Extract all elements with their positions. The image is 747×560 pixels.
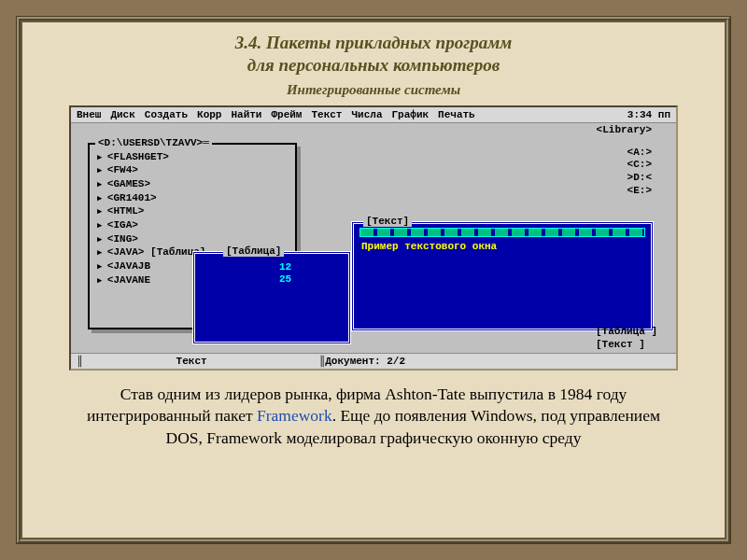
menu-item[interactable]: Диск — [110, 109, 134, 120]
slide-frame: 3.4. Пакеты прикладных программ для перс… — [17, 17, 730, 543]
tab-table[interactable]: [Таблица ] — [596, 326, 657, 339]
menu-item[interactable]: Найти — [231, 109, 261, 120]
menu-item[interactable]: Создать — [145, 109, 188, 120]
menu-item[interactable]: График — [392, 109, 430, 120]
folder-item[interactable]: <HTML> — [97, 204, 288, 218]
drive-list[interactable]: <A:> <C:> >D:< <E:> — [627, 147, 652, 198]
table-window-body: 12 25 — [195, 254, 348, 287]
clock: 3:34 пп — [627, 109, 670, 120]
drive-item[interactable]: <A:> — [627, 147, 652, 160]
slide-subtitle: Интегрированные системы — [21, 82, 726, 104]
status-bar: Текст ║Документ: 2/2 — [71, 353, 676, 369]
title-line-2: для персональных компьютеров — [247, 55, 500, 75]
menu-item[interactable]: Фрейм — [271, 109, 302, 120]
app-menubar[interactable]: Внеш Диск Создать Корр Найти Фрейм Текст… — [71, 107, 676, 123]
menu-item[interactable]: Печать — [438, 109, 475, 120]
folder-item[interactable]: <IGA> — [97, 218, 288, 232]
status-doc-count: ║Документ: 2/2 — [319, 356, 405, 367]
folder-item[interactable]: <FW4> — [97, 163, 288, 177]
drive-item[interactable]: <C:> — [627, 159, 652, 172]
drive-item[interactable]: <E:> — [627, 185, 652, 198]
folder-item[interactable]: <ING> — [97, 232, 288, 246]
table-window-title: [Таблица] — [223, 245, 284, 257]
drive-item[interactable]: >D:< — [627, 172, 652, 185]
menu-item[interactable]: Внеш — [77, 109, 101, 120]
tab-text[interactable]: [Текст ] — [596, 339, 657, 352]
table-window[interactable]: [Таблица] 12 25 — [192, 251, 351, 344]
folder-item[interactable]: <GR1401> — [97, 191, 288, 205]
menu-item[interactable]: Корр — [197, 109, 221, 120]
directory-path: <D:\USERSD\TZAVV>═ — [95, 137, 212, 148]
window-tabs[interactable]: [Таблица ] [Текст ] — [596, 326, 657, 352]
title-line-1: 3.4. Пакеты прикладных программ — [235, 33, 512, 52]
folder-item[interactable]: <FLASHGET> — [97, 150, 288, 164]
text-window-content[interactable]: Пример текстового окна — [354, 239, 651, 254]
slide-title: 3.4. Пакеты прикладных программ для перс… — [21, 21, 726, 82]
caption-highlight: Framework — [257, 406, 332, 425]
ruler-icon — [359, 228, 645, 237]
table-cell: 25 — [279, 273, 348, 287]
folder-item[interactable]: <GAMES> — [97, 177, 288, 191]
table-cell: 12 — [279, 261, 348, 274]
library-label: <Library> — [597, 124, 652, 135]
dos-screenshot: Внеш Диск Создать Корр Найти Фрейм Текст… — [69, 105, 678, 371]
menu-item[interactable]: Текст — [311, 109, 342, 120]
text-window-title: [Текст] — [363, 216, 412, 227]
text-window[interactable]: [Текст] Пример текстового окна — [351, 221, 654, 331]
menu-item[interactable]: Числа — [351, 109, 382, 120]
slide-caption: Став одним из лидеров рынка, фирма Ashto… — [21, 376, 726, 450]
status-mode: Текст — [77, 356, 207, 367]
